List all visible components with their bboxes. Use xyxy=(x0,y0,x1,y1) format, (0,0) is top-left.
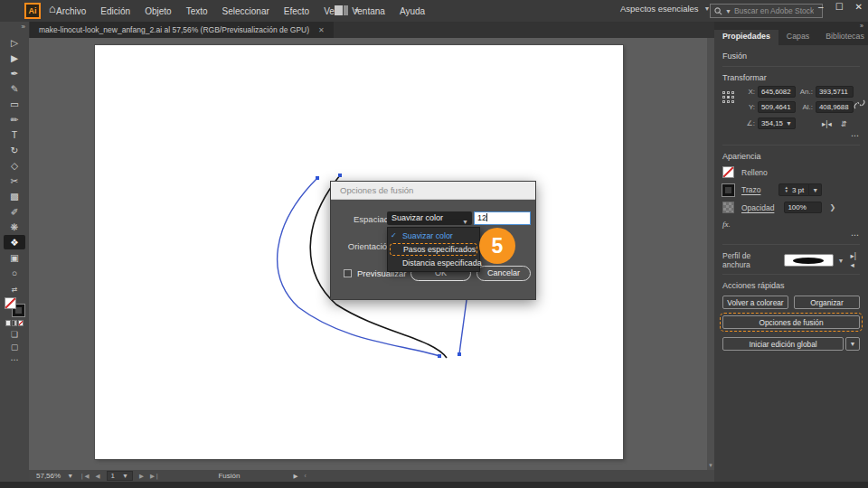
panel-collapse-icon[interactable]: » xyxy=(860,23,863,29)
gradient-button[interactable] xyxy=(12,320,17,326)
none-button[interactable] xyxy=(18,320,24,326)
unlink-proportions-icon[interactable] xyxy=(854,99,865,110)
maximize-button[interactable]: ☐ xyxy=(835,2,844,12)
zoom-tool[interactable]: ○ xyxy=(4,266,25,280)
status-back-icon[interactable]: ‹ xyxy=(304,473,306,479)
y-field[interactable]: 509,4641 xyxy=(758,101,796,113)
close-button[interactable]: ✕ xyxy=(855,2,863,12)
stepper-arrows-icon[interactable]: ▲▼ xyxy=(784,186,788,193)
menu-ayuda[interactable]: Ayuda xyxy=(400,6,425,16)
stroke-label[interactable]: Trazo xyxy=(741,185,760,194)
first-artboard-icon[interactable]: ❘◀ xyxy=(80,473,89,480)
menu-objeto[interactable]: Objeto xyxy=(145,6,171,16)
direct-selection-tool[interactable]: ▶ xyxy=(4,51,25,65)
opacity-field[interactable]: 100% xyxy=(784,202,822,213)
opacity-row[interactable]: Opacidad 100% ❯ xyxy=(722,202,860,213)
artboard-navigation[interactable]: 1 ▼ xyxy=(107,471,133,481)
x-field[interactable]: 645,6082 xyxy=(758,86,796,98)
width-profile-select[interactable] xyxy=(784,254,834,267)
rectangle-tool[interactable]: ▭ xyxy=(4,97,25,111)
next-artboard-icon[interactable]: ▶ xyxy=(139,473,144,480)
drawing-modes-icon[interactable]: ❏ xyxy=(11,330,18,339)
status-expand-icon[interactable]: ▶ xyxy=(293,473,297,480)
home-icon[interactable]: ⌂ xyxy=(49,2,56,15)
toolbar-more-icon[interactable]: ⋯ xyxy=(11,355,19,364)
document-tab[interactable]: make-linocut-look_new_anfang_2.ai al 57,… xyxy=(30,22,334,38)
previous-artboard-icon[interactable]: ◀ xyxy=(96,473,100,480)
toolbar-collapse-icon[interactable]: » xyxy=(0,22,29,31)
flip-horizontal-icon[interactable]: ▸|◂ xyxy=(822,119,832,128)
chevron-down-icon[interactable]: ▼ xyxy=(838,258,844,264)
flip-vertical-icon[interactable]: ⇵ xyxy=(841,119,847,128)
canvas-area[interactable]: Opciones de fusión Espaciado: Suavizar c… xyxy=(29,38,714,470)
arrange-button[interactable]: Organizar xyxy=(794,296,860,309)
menu-efecto[interactable]: Efecto xyxy=(284,6,309,16)
menu-item-suavizar-color[interactable]: ✓Suavizar color xyxy=(388,230,479,242)
menu-edicio-n[interactable]: Edición xyxy=(100,6,130,16)
color-button[interactable] xyxy=(5,320,11,326)
tab-close-icon[interactable]: ✕ xyxy=(318,26,325,34)
reference-point-icon[interactable] xyxy=(722,91,734,103)
arrange-documents-icon[interactable] xyxy=(335,5,349,15)
menu-item-pasos-especificados[interactable]: Pasos especificados xyxy=(390,243,477,256)
curvature-tool[interactable]: ✎ xyxy=(4,81,25,96)
fill-none-swatch[interactable] xyxy=(5,297,16,309)
symbol-sprayer-tool[interactable]: ❋ xyxy=(4,220,25,234)
minimize-button[interactable]: – xyxy=(818,2,824,12)
paintbrush-tool[interactable]: ✏ xyxy=(4,112,25,127)
panel-tab-propiedades[interactable]: Propiedades xyxy=(714,30,778,45)
eyedropper-tool[interactable]: ✐ xyxy=(4,204,25,219)
stroke-weight-stepper[interactable]: ▲▼3 pt ▼ xyxy=(778,183,822,196)
angle-field[interactable]: 354,15▼ xyxy=(758,117,796,129)
checkbox-icon[interactable] xyxy=(344,269,352,277)
fill-stroke-indicator[interactable] xyxy=(5,297,24,316)
adobe-stock-search[interactable]: ▼ Buscar en Adobe Stock xyxy=(710,4,823,18)
fx-icon[interactable]: fx. xyxy=(722,220,860,229)
stroke-swatch[interactable] xyxy=(722,184,734,196)
swap-fill-stroke-icon[interactable]: ⇄ xyxy=(12,286,18,294)
steps-input[interactable]: 12 xyxy=(474,211,531,225)
flip-along-icon[interactable]: ▸|◂ xyxy=(851,251,861,269)
scissors-tool[interactable]: ✂ xyxy=(4,174,25,188)
opacity-swatch[interactable] xyxy=(722,202,734,213)
opacity-expand-icon[interactable]: ❯ xyxy=(829,203,835,211)
last-artboard-icon[interactable]: ▶❘ xyxy=(150,473,159,480)
fill-none-swatch[interactable] xyxy=(722,166,734,178)
global-edit-button[interactable]: Iniciar edición global xyxy=(722,337,844,351)
menu-archivo[interactable]: Archivo xyxy=(56,6,86,16)
color-mode-buttons[interactable] xyxy=(5,320,24,326)
stroke-weight-chevron-icon[interactable]: ▼ xyxy=(809,183,822,196)
spacing-select[interactable]: Suavizar color ▼ xyxy=(387,211,472,225)
fill-row[interactable]: Relleno xyxy=(722,166,860,178)
shaper-tool[interactable]: ◇ xyxy=(4,158,25,173)
rotate-tool[interactable]: ↻ xyxy=(4,143,25,157)
selection-tool[interactable]: ▷ xyxy=(4,35,25,50)
menu-texto[interactable]: Texto xyxy=(186,6,208,16)
zoom-chevron-icon[interactable]: ▼ xyxy=(67,473,73,479)
stroke-row[interactable]: Trazo ▲▼3 pt ▼ xyxy=(722,183,860,196)
global-edit-chevron-icon[interactable]: ▼ xyxy=(845,337,860,351)
width-field[interactable]: 393,5711 xyxy=(816,86,854,98)
menu-seleccionar[interactable]: Seleccionar xyxy=(222,6,269,16)
dialog-title[interactable]: Opciones de fusión xyxy=(331,182,535,200)
cancel-button[interactable]: Cancelar xyxy=(476,266,531,281)
panel-tab-capas[interactable]: Capas xyxy=(778,30,817,45)
transform-more-icon[interactable]: ⋯ xyxy=(722,131,860,140)
gradient-tool[interactable]: ▩ xyxy=(4,189,25,203)
search-scope-chevron-icon[interactable]: ▼ xyxy=(725,8,731,14)
recolor-button[interactable]: Volver a colorear xyxy=(722,296,788,309)
blend-tool[interactable]: ❖ xyxy=(4,235,25,249)
panel-tab-bibliotecas[interactable]: Bibliotecas xyxy=(817,30,868,45)
artboard-tool[interactable]: ▣ xyxy=(4,250,25,265)
arrange-documents-chevron-icon[interactable]: ▼ xyxy=(354,7,360,14)
zoom-level[interactable]: 57,56% xyxy=(36,472,61,480)
height-field[interactable]: 408,9688 xyxy=(816,101,854,113)
menu-item-distancia-especificada[interactable]: Distancia especificada xyxy=(388,257,479,269)
artboard-chevron-icon[interactable]: ▼ xyxy=(122,473,128,479)
type-tool[interactable]: T xyxy=(4,127,25,142)
blend-options-button[interactable]: Opciones de fusión xyxy=(722,315,860,329)
workspace-switcher[interactable]: Aspectos esenciales ▼ xyxy=(620,4,711,14)
illustrator-logo-icon[interactable]: Ai xyxy=(24,3,41,19)
appearance-more-icon[interactable]: ⋯ xyxy=(722,230,860,239)
screen-mode-icon[interactable]: ▢ xyxy=(11,343,19,352)
